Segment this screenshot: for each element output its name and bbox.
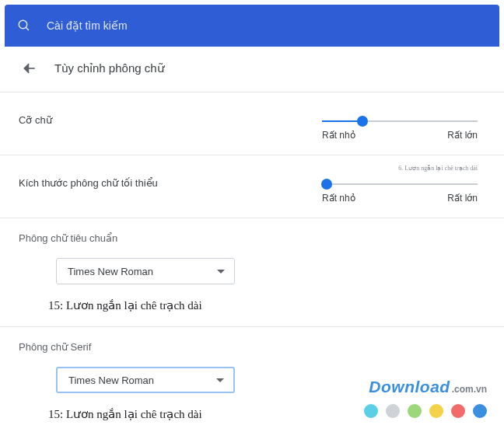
watermark-dot	[386, 404, 400, 418]
standard-font-value: Times New Roman	[68, 266, 153, 277]
watermark-domain: .com.vn	[452, 384, 487, 395]
standard-font-panel: Phông chữ tiêu chuẩn Times New Roman 15:…	[0, 218, 504, 326]
watermark-dot	[451, 404, 465, 418]
watermark-logo: Download.com.vn	[369, 378, 487, 396]
page-title: Tùy chỉnh phông chữ	[54, 61, 165, 75]
watermark-dot	[429, 404, 443, 418]
svg-line-1	[26, 27, 29, 30]
slider-max-label: Rất lớn	[447, 130, 478, 141]
watermark-dots	[364, 404, 487, 418]
chevron-down-icon	[217, 270, 225, 273]
slider-min-label: Rất nhỏ	[322, 130, 355, 141]
font-size-panel: Cỡ chữ Rất nhỏ Rất lớn	[0, 92, 504, 155]
standard-font-preview: 15: Lươn ngắn lại chê trạch dài	[48, 298, 485, 312]
watermark-dot	[364, 404, 378, 418]
back-arrow-icon[interactable]	[22, 61, 37, 76]
slider-min-label: Rất nhỏ	[322, 193, 355, 204]
watermark-dot	[408, 404, 422, 418]
slider-thumb[interactable]	[321, 179, 332, 190]
chevron-down-icon	[216, 378, 224, 382]
slider-thumb[interactable]	[357, 116, 368, 127]
serif-font-heading: Phông chữ Serif	[19, 341, 485, 353]
slider-max-label: Rất lớn	[447, 193, 478, 204]
min-font-size-label: Kích thước phông chữ tối thiểu	[19, 177, 158, 189]
serif-font-select[interactable]: Times New Roman	[56, 367, 235, 393]
watermark-brand: Download	[369, 378, 450, 395]
search-icon	[17, 19, 31, 33]
serif-font-value: Times New Roman	[68, 375, 154, 386]
min-font-size-slider[interactable]	[322, 183, 478, 185]
font-size-label: Cỡ chữ	[19, 114, 52, 126]
page-header: Tùy chỉnh phông chữ	[0, 47, 504, 92]
svg-point-0	[19, 20, 27, 29]
watermark-dot	[473, 404, 487, 418]
font-size-slider[interactable]	[322, 120, 478, 122]
search-bar[interactable]: Cài đặt tìm kiếm	[5, 5, 499, 47]
search-label: Cài đặt tìm kiếm	[47, 19, 128, 32]
standard-font-select[interactable]: Times New Roman	[56, 258, 235, 284]
min-font-size-caption: 6. Lươn ngắn lại chê trạch dài	[398, 165, 478, 172]
standard-font-heading: Phông chữ tiêu chuẩn	[19, 232, 485, 244]
min-font-size-panel: Kích thước phông chữ tối thiểu 6. Lươn n…	[0, 155, 504, 218]
